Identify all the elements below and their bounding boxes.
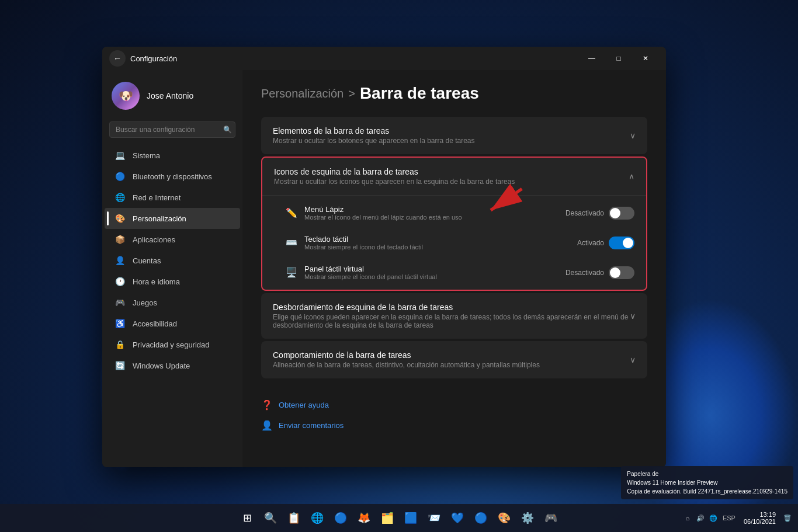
setting-control-menu_lapiz: Desactivado bbox=[565, 207, 634, 220]
language-indicator: ESP bbox=[720, 514, 738, 521]
sidebar-item-aplicaciones[interactable]: 📦 Aplicaciones bbox=[105, 229, 240, 250]
sidebar-item-red[interactable]: 🌐 Red e Internet bbox=[105, 187, 240, 208]
store-button[interactable]: 🟦 bbox=[400, 507, 421, 528]
section-header-desbordamiento[interactable]: Desbordamiento de esquina de la barra de… bbox=[261, 293, 647, 339]
section-header-elementos[interactable]: Elementos de la barra de tareas Mostrar … bbox=[261, 117, 647, 154]
setting-icon-menu_lapiz: ✏️ bbox=[286, 207, 297, 218]
start-button[interactable]: ⊞ bbox=[237, 507, 258, 528]
tray-icon-3: 🌐 bbox=[707, 512, 719, 524]
nav-label-accesibilidad: Accesibilidad bbox=[133, 319, 177, 328]
teams-button[interactable]: 💙 bbox=[447, 507, 468, 528]
nav-icon-bluetooth: 🔵 bbox=[114, 171, 126, 182]
nav-icon-windows_update: 🔄 bbox=[114, 360, 126, 371]
taskbar-date: 06/10/2021 bbox=[744, 518, 776, 525]
user-name: Jose Antonio bbox=[147, 91, 193, 100]
search-input[interactable] bbox=[109, 121, 235, 138]
window-title: Configuración bbox=[130, 54, 177, 63]
sidebar-item-juegos[interactable]: 🎮 Juegos bbox=[105, 292, 240, 313]
section-subtitle-comportamiento: Alineación de la barra de tareas, distin… bbox=[273, 361, 540, 369]
sidebar-item-cuentas[interactable]: 👤 Cuentas bbox=[105, 250, 240, 271]
section-iconos_esquina: Iconos de esquina de la barra de tareas … bbox=[261, 157, 647, 291]
chrome-button[interactable]: 🔵 bbox=[330, 507, 351, 528]
section-chevron-desbordamiento: ∨ bbox=[630, 311, 636, 321]
setting-status-panel_tactil: Desactivado bbox=[565, 269, 604, 277]
setting-control-teclado_tactil: Activado bbox=[577, 237, 634, 249]
popup-line2: Windows 11 Home Insider Preview bbox=[627, 478, 787, 487]
section-header-comportamiento[interactable]: Comportamiento de la barra de tareas Ali… bbox=[261, 341, 647, 378]
sidebar-item-personalizacion[interactable]: 🎨 Personalización bbox=[105, 208, 240, 229]
steam-button[interactable]: 🎮 bbox=[540, 507, 561, 528]
help-label: Obtener ayuda bbox=[279, 401, 329, 409]
explorer-button[interactable]: 🗂️ bbox=[377, 507, 398, 528]
notification-button[interactable]: 🗑️ bbox=[782, 512, 793, 524]
section-title-desbordamiento: Desbordamiento de esquina de la barra de… bbox=[273, 302, 630, 312]
firefox-button[interactable]: 🦊 bbox=[353, 507, 374, 528]
setting-info-panel_tactil: 🖥️ Panel táctil virtual Mostrar siempre … bbox=[286, 265, 437, 280]
ps-button[interactable]: 🎨 bbox=[494, 507, 515, 528]
edge-button[interactable]: 🌐 bbox=[307, 507, 328, 528]
nav-list: 💻 Sistema 🔵 Bluetooth y dispositivos 🌐 R… bbox=[102, 145, 242, 376]
search-button[interactable]: 🔍 bbox=[223, 126, 232, 134]
nav-label-windows_update: Windows Update bbox=[133, 361, 190, 370]
section-header-iconos_esquina[interactable]: Iconos de esquina de la barra de tareas … bbox=[262, 158, 646, 195]
taskbar-right: ⌂ 🔊 🌐 ESP 13:19 06/10/2021 🗑️ bbox=[682, 511, 793, 525]
setting-info-teclado_tactil: ⌨️ Teclado táctil Mostrar siempre el íco… bbox=[286, 235, 423, 251]
feedback-icon: 👤 bbox=[261, 420, 273, 431]
back-button[interactable]: ← bbox=[109, 50, 126, 67]
setting-label-panel_tactil: Panel táctil virtual bbox=[304, 265, 437, 273]
setting-control-panel_tactil: Desactivado bbox=[565, 266, 634, 279]
breadcrumb-current: Barra de tareas bbox=[360, 84, 479, 103]
sidebar-item-hora[interactable]: 🕐 Hora e idioma bbox=[105, 271, 240, 292]
nav-icon-hora: 🕐 bbox=[114, 276, 126, 287]
setting-status-menu_lapiz: Desactivado bbox=[565, 209, 604, 217]
sidebar-item-accesibilidad[interactable]: ♿ Accesibilidad bbox=[105, 313, 240, 334]
toggle-thumb-panel_tactil bbox=[610, 267, 620, 278]
section-chevron-elementos: ∨ bbox=[630, 131, 636, 140]
sidebar-item-sistema[interactable]: 💻 Sistema bbox=[105, 145, 240, 166]
toggle-menu_lapiz[interactable] bbox=[609, 207, 634, 220]
sidebar-item-bluetooth[interactable]: 🔵 Bluetooth y dispositivos bbox=[105, 166, 240, 187]
nav-label-personalizacion: Personalización bbox=[133, 214, 186, 223]
section-title-comportamiento: Comportamiento de la barra de tareas bbox=[273, 350, 540, 360]
close-button[interactable]: ✕ bbox=[632, 49, 659, 68]
sidebar-item-windows_update[interactable]: 🔄 Windows Update bbox=[105, 355, 240, 376]
toggle-teclado_tactil[interactable] bbox=[609, 237, 634, 249]
sections-container: Elementos de la barra de tareas Mostrar … bbox=[261, 117, 647, 378]
nav-label-hora: Hora e idioma bbox=[133, 277, 180, 286]
browser2-button[interactable]: 🔵 bbox=[470, 507, 491, 528]
system-tray-popup: Papelera de Windows 11 Home Insider Prev… bbox=[621, 466, 793, 499]
telegram-button[interactable]: 📨 bbox=[424, 507, 445, 528]
title-bar: ← Configuración — □ ✕ bbox=[102, 47, 666, 70]
settings-taskbar-button[interactable]: ⚙️ bbox=[517, 507, 538, 528]
maximize-button[interactable]: □ bbox=[605, 49, 632, 68]
taskview-button[interactable]: 📋 bbox=[283, 507, 304, 528]
nav-label-sistema: Sistema bbox=[133, 151, 160, 160]
enviar-comentarios-link[interactable]: 👤 Enviar comentarios bbox=[261, 415, 647, 436]
search-taskbar-button[interactable]: 🔍 bbox=[260, 507, 281, 528]
minimize-button[interactable]: — bbox=[578, 49, 605, 68]
setting-info-menu_lapiz: ✏️ Menú Lápiz Mostrar el ícono del menú … bbox=[286, 205, 462, 221]
nav-icon-juegos: 🎮 bbox=[114, 297, 126, 308]
sidebar: 🐶 Jose Antonio 🔍 💻 Sistema 🔵 Bluetooth y… bbox=[102, 70, 242, 467]
sidebar-item-privacidad[interactable]: 🔒 Privacidad y seguridad bbox=[105, 334, 240, 355]
toggle-panel_tactil[interactable] bbox=[609, 266, 634, 279]
nav-label-privacidad: Privacidad y seguridad bbox=[133, 340, 210, 349]
help-icon: ❓ bbox=[261, 399, 273, 411]
nav-label-cuentas: Cuentas bbox=[133, 256, 161, 265]
feedback-label: Enviar comentarios bbox=[279, 421, 344, 430]
notification-area: ⌂ 🔊 🌐 ESP bbox=[682, 512, 738, 524]
user-profile: 🐶 Jose Antonio bbox=[102, 77, 242, 119]
search-box: 🔍 bbox=[109, 121, 235, 138]
tray-icon-2: 🔊 bbox=[695, 512, 706, 524]
settings-window: ← Configuración — □ ✕ 🐶 Jose Antonio 🔍 💻… bbox=[102, 47, 666, 467]
nav-icon-privacidad: 🔒 bbox=[114, 339, 126, 350]
popup-line3: Copia de evaluación. Build 22471.rs_prer… bbox=[627, 487, 787, 496]
section-subtitle-elementos: Mostrar u ocultar los botones que aparec… bbox=[273, 137, 475, 145]
breadcrumb-parent: Personalización bbox=[261, 87, 344, 100]
help-links: ❓ Obtener ayuda 👤 Enviar comentarios bbox=[261, 381, 647, 436]
section-subtitle-desbordamiento: Elige qué iconos pueden aparecer en la e… bbox=[273, 313, 630, 329]
obtener-ayuda-link[interactable]: ❓ Obtener ayuda bbox=[261, 395, 647, 415]
breadcrumb-separator: > bbox=[348, 87, 355, 100]
section-title-iconos_esquina: Iconos de esquina de la barra de tareas bbox=[274, 167, 515, 176]
tray-icon-1: ⌂ bbox=[682, 512, 693, 524]
